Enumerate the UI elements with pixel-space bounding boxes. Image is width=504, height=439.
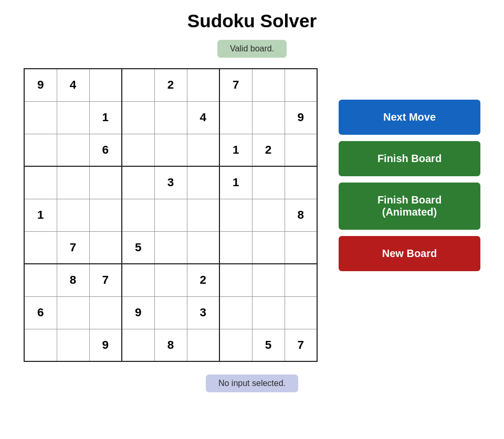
cell-8-3[interactable] [122,329,154,361]
cell-0-4[interactable]: 2 [154,69,187,101]
cell-5-4[interactable] [154,231,187,264]
cell-2-1[interactable] [57,134,89,166]
cell-3-7[interactable] [252,166,285,199]
cell-1-7[interactable] [252,101,285,134]
cell-2-5[interactable] [187,134,219,166]
cell-5-8[interactable] [285,231,317,264]
cell-2-4[interactable] [154,134,187,166]
next-move-button[interactable]: Next Move [339,100,480,135]
cell-3-5[interactable] [187,166,219,199]
cell-4-5[interactable] [187,199,219,231]
cell-5-3[interactable]: 5 [122,231,154,264]
cell-0-3[interactable] [122,69,154,101]
cell-0-7[interactable] [252,69,285,101]
cell-3-6[interactable]: 1 [219,166,252,199]
cell-8-1[interactable] [57,329,89,361]
cell-5-6[interactable] [219,231,252,264]
cell-1-1[interactable] [57,101,89,134]
cell-7-4[interactable] [154,296,187,329]
cell-6-5[interactable]: 2 [187,264,219,296]
cell-4-7[interactable] [252,199,285,231]
buttons-panel: Next Move Finish Board Finish Board (Ani… [339,100,480,271]
cell-7-3[interactable]: 9 [122,296,154,329]
finish-board-animated-button[interactable]: Finish Board (Animated) [339,183,480,230]
cell-8-2[interactable]: 9 [89,329,122,361]
cell-7-7[interactable] [252,296,285,329]
cell-0-5[interactable] [187,69,219,101]
cell-0-1[interactable]: 4 [57,69,89,101]
cell-1-3[interactable] [122,101,154,134]
cell-3-3[interactable] [122,166,154,199]
cell-0-8[interactable] [285,69,317,101]
cell-4-3[interactable] [122,199,154,231]
cell-3-2[interactable] [89,166,122,199]
cell-8-8[interactable]: 7 [285,329,317,361]
finish-board-button[interactable]: Finish Board [339,141,480,176]
cell-6-0[interactable] [24,264,57,296]
cell-0-0[interactable]: 9 [24,69,57,101]
cell-8-0[interactable] [24,329,57,361]
cell-6-1[interactable]: 8 [57,264,89,296]
cell-2-8[interactable] [285,134,317,166]
cell-6-6[interactable] [219,264,252,296]
cell-6-4[interactable] [154,264,187,296]
cell-2-6[interactable]: 1 [219,134,252,166]
cell-7-5[interactable]: 3 [187,296,219,329]
cell-4-8[interactable]: 8 [285,199,317,231]
cell-7-0[interactable]: 6 [24,296,57,329]
cell-4-6[interactable] [219,199,252,231]
cell-6-8[interactable] [285,264,317,296]
cell-2-3[interactable] [122,134,154,166]
cell-7-8[interactable] [285,296,317,329]
cell-7-2[interactable] [89,296,122,329]
cell-3-1[interactable] [57,166,89,199]
cell-2-0[interactable] [24,134,57,166]
page-title: Sudoku Solver [187,10,317,31]
cell-0-2[interactable] [89,69,122,101]
cell-1-0[interactable] [24,101,57,134]
cell-1-6[interactable] [219,101,252,134]
cell-4-1[interactable] [57,199,89,231]
cell-4-4[interactable] [154,199,187,231]
cell-7-1[interactable] [57,296,89,329]
cell-5-5[interactable] [187,231,219,264]
cell-4-2[interactable] [89,199,122,231]
cell-6-3[interactable] [122,264,154,296]
cell-8-7[interactable]: 5 [252,329,285,361]
cell-0-6[interactable]: 7 [219,69,252,101]
cell-5-1[interactable]: 7 [57,231,89,264]
cell-1-5[interactable]: 4 [187,101,219,134]
cell-7-6[interactable] [219,296,252,329]
main-layout: 94271496123118758726939857 Next Move Fin… [24,68,480,362]
cell-1-4[interactable] [154,101,187,134]
cell-4-0[interactable]: 1 [24,199,57,231]
status-badge: No input selected. [206,374,298,392]
cell-1-2[interactable]: 1 [89,101,122,134]
cell-6-2[interactable]: 7 [89,264,122,296]
cell-5-2[interactable] [89,231,122,264]
sudoku-board: 94271496123118758726939857 [24,68,318,362]
cell-3-4[interactable]: 3 [154,166,187,199]
cell-2-2[interactable]: 6 [89,134,122,166]
cell-5-7[interactable] [252,231,285,264]
cell-8-5[interactable] [187,329,219,361]
cell-3-0[interactable] [24,166,57,199]
valid-badge: Valid board. [217,40,287,58]
cell-8-4[interactable]: 8 [154,329,187,361]
cell-8-6[interactable] [219,329,252,361]
new-board-button[interactable]: New Board [339,236,480,271]
cell-6-7[interactable] [252,264,285,296]
cell-5-0[interactable] [24,231,57,264]
cell-1-8[interactable]: 9 [285,101,317,134]
cell-2-7[interactable]: 2 [252,134,285,166]
cell-3-8[interactable] [285,166,317,199]
